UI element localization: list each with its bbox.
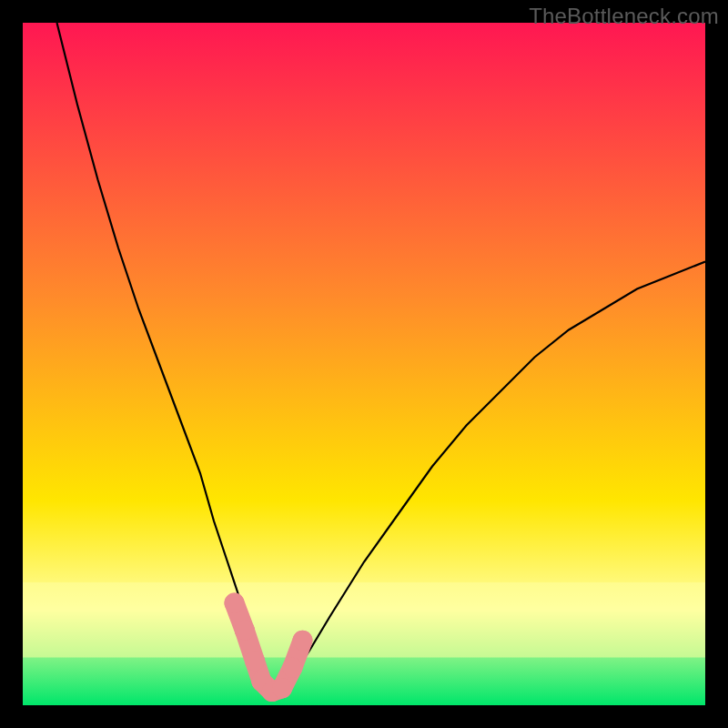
- watermark-label: TheBottleneck.com: [529, 4, 719, 29]
- highlight-dot: [272, 678, 292, 698]
- highlight-dot: [245, 651, 265, 671]
- highlight-dot: [293, 631, 313, 651]
- highlight-dot: [225, 593, 245, 613]
- highlight-dot: [282, 658, 302, 678]
- plot-svg: [23, 23, 705, 705]
- highlight-dot: [235, 621, 255, 641]
- chart-frame: TheBottleneck.com: [0, 0, 728, 728]
- pale-band: [23, 582, 705, 658]
- plot-area: [23, 23, 705, 705]
